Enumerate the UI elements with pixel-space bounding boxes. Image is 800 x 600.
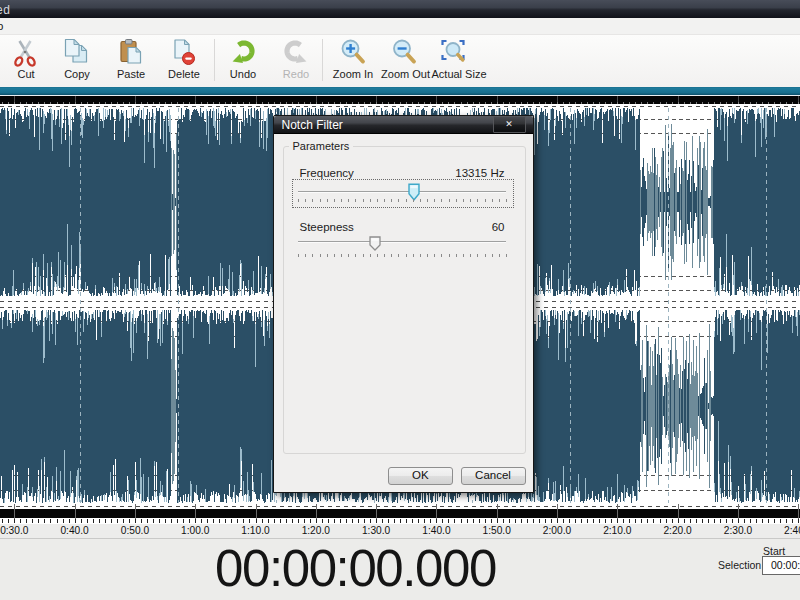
svg-text:0:50.0: 0:50.0	[121, 524, 150, 535]
svg-text:0:30.0: 0:30.0	[0, 524, 29, 535]
svg-text:2:00.0: 2:00.0	[543, 524, 572, 535]
svg-text:1:10.0: 1:10.0	[241, 524, 270, 535]
svg-text:2:10.0: 2:10.0	[603, 524, 632, 535]
svg-text:2:40.0: 2:40.0	[784, 524, 800, 535]
svg-text:0:40.0: 0:40.0	[60, 524, 89, 535]
svg-text:1:00.0: 1:00.0	[181, 524, 210, 535]
svg-text:2:30.0: 2:30.0	[724, 524, 753, 535]
svg-text:1:50.0: 1:50.0	[483, 524, 512, 535]
svg-text:1:20.0: 1:20.0	[302, 524, 331, 535]
svg-text:2:20.0: 2:20.0	[663, 524, 692, 535]
svg-text:1:30.0: 1:30.0	[362, 524, 391, 535]
svg-text:1:40.0: 1:40.0	[422, 524, 451, 535]
